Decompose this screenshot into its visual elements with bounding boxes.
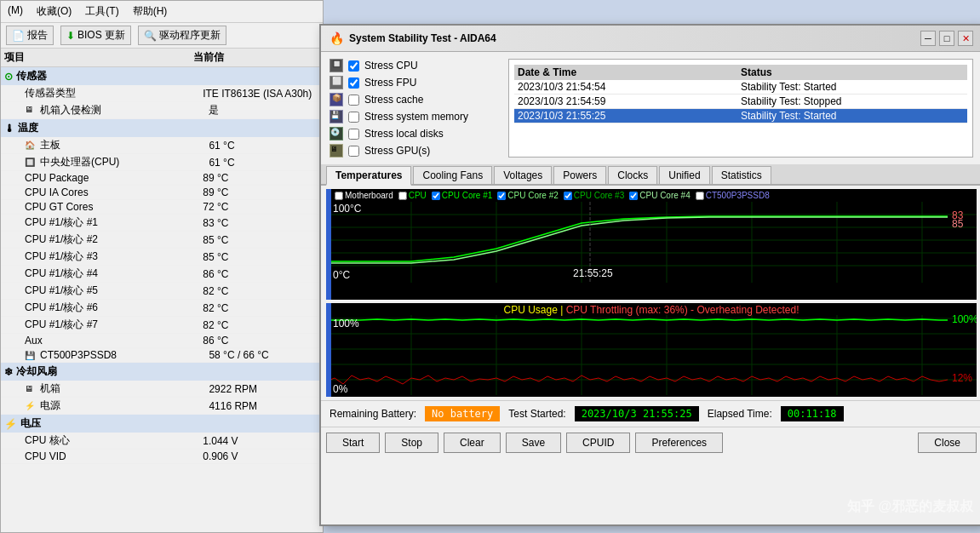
report-button[interactable]: 📄 报告 [6, 26, 54, 45]
svg-text:85: 85 [952, 218, 964, 230]
svg-text:CPU Usage | CPU Throttling (ma: CPU Usage | CPU Throttling (max: 36%) - … [503, 304, 799, 316]
column-headers: 项目 当前信 [1, 49, 323, 67]
stress-options-area: 🔲 Stress CPU ⬜ Stress FPU 📦 Stress cache… [321, 52, 980, 164]
dialog-titlebar: 🔥 System Stability Test - AIDA64 ─ □ ✕ [321, 26, 980, 52]
tab-statistics[interactable]: Statistics [712, 166, 771, 184]
list-item: CPU #1/核心 #4 86 °C [1, 266, 323, 283]
log-datetime-2: 2023/10/3 21:54:59 [518, 95, 741, 107]
tab-temperatures[interactable]: Temperatures [326, 166, 411, 186]
elapsed-value: 00:11:18 [781, 406, 844, 421]
list-item: CPU IA Cores 89 °C [1, 186, 323, 200]
tab-powers[interactable]: Powers [553, 166, 606, 184]
svg-text:12%: 12% [952, 372, 972, 384]
stress-fpu-option: ⬜ Stress FPU [330, 76, 500, 89]
stop-button[interactable]: Stop [385, 433, 438, 453]
list-item: 🖥 机箱 2922 RPM [1, 381, 323, 398]
start-button[interactable]: Start [326, 433, 380, 453]
legend-core3-check[interactable] [564, 192, 572, 200]
close-button-bottom[interactable]: Close [918, 433, 977, 453]
stress-cache-label: Stress cache [364, 94, 423, 106]
legend-core2: CPU Core #2 [497, 191, 558, 200]
tab-unified[interactable]: Unified [659, 166, 709, 184]
stress-options-list: 🔲 Stress CPU ⬜ Stress FPU 📦 Stress cache… [330, 59, 500, 158]
cpu-usage-chart: CPU Usage | CPU Throttling (max: 36%) - … [326, 303, 977, 397]
stress-cache-icon: 📦 [330, 93, 343, 106]
list-item: CPU #1/核心 #3 85 °C [1, 249, 323, 266]
stress-fpu-checkbox[interactable] [348, 77, 359, 89]
tab-cooling-fans[interactable]: Cooling Fans [413, 166, 492, 184]
legend-cpu-check[interactable] [398, 192, 407, 200]
log-row-selected: 2023/10/3 21:55:25 Stability Test: Start… [514, 109, 967, 123]
log-row: 2023/10/3 21:54:54 Stability Test: Start… [514, 80, 967, 95]
chart-blue-bar [326, 189, 331, 300]
bottom-info: Remaining Battery: No battery Test Start… [321, 400, 980, 427]
content-area: ⊙ 传感器 传感器类型 ITE IT8613E (ISA A30h) 🖥 机箱入… [1, 67, 323, 464]
stress-disks-icon: 💿 [330, 127, 343, 140]
action-buttons: Start Stop Clear Save CPUID Preferences … [321, 427, 980, 458]
close-button[interactable]: ✕ [958, 31, 973, 46]
svg-text:0%: 0% [333, 383, 348, 395]
tab-clocks[interactable]: Clocks [608, 166, 657, 184]
log-row: 2023/10/3 21:54:59 Stability Test: Stopp… [514, 95, 967, 109]
legend-core1-check[interactable] [432, 192, 440, 200]
stress-gpu-checkbox[interactable] [348, 146, 359, 157]
list-item: Aux 86 °C [1, 334, 323, 348]
list-item: CPU Package 89 °C [1, 171, 323, 186]
legend-core4-label: CPU Core #4 [639, 191, 690, 200]
stress-cpu-checkbox[interactable] [348, 60, 359, 72]
section-sensors: ⊙ 传感器 [1, 67, 323, 85]
legend-core2-check[interactable] [497, 192, 506, 200]
stress-fpu-icon: ⬜ [330, 76, 343, 89]
cpuid-button[interactable]: CPUID [566, 433, 630, 453]
log-col-status: Status [741, 66, 964, 78]
legend-core1-label: CPU Core #1 [442, 191, 492, 200]
fan-icon: ❄ [4, 366, 13, 378]
legend-core1: CPU Core #1 [432, 191, 492, 200]
menu-tools[interactable]: 工具(T) [82, 3, 122, 20]
legend-motherboard-label: Motherboard [345, 191, 393, 200]
clear-button[interactable]: Clear [444, 433, 501, 453]
elapsed-label: Elapsed Time: [708, 408, 772, 420]
watermark: 知乎 @邪恶的麦叔叔 [847, 498, 973, 516]
bios-update-button[interactable]: ⬇ BIOS 更新 [60, 26, 131, 45]
log-header: Date & Time Status [514, 65, 967, 80]
col-item-header: 项目 [4, 50, 193, 65]
chart2-blue-bar [326, 303, 331, 397]
preferences-button[interactable]: Preferences [635, 433, 723, 453]
stress-cache-option: 📦 Stress cache [330, 93, 500, 106]
stress-cache-checkbox[interactable] [348, 95, 359, 106]
stress-cpu-icon: 🔲 [330, 59, 343, 72]
aida-dialog: 🔥 System Stability Test - AIDA64 ─ □ ✕ 🔲… [319, 24, 980, 526]
list-item: ⚡ 电源 4116 RPM [1, 398, 323, 415]
section-voltage: ⚡ 电压 [1, 415, 323, 433]
menu-help[interactable]: 帮助(H) [129, 3, 171, 20]
list-item: CPU 核心 1.044 V [1, 433, 323, 450]
battery-label: Remaining Battery: [330, 408, 416, 420]
section-cooling: ❄ 冷却风扇 [1, 363, 323, 381]
list-item: 传感器类型 ITE IT8613E (ISA A30h) [1, 85, 323, 102]
voltage-icon: ⚡ [4, 418, 17, 430]
driver-update-button[interactable]: 🔍 驱动程序更新 [138, 26, 226, 45]
legend-ssd: CT500P3PSSD8 [696, 191, 770, 200]
legend-cpu-label: CPU [409, 191, 427, 200]
minimize-button[interactable]: ─ [920, 31, 936, 46]
temp-icon: 🌡 [4, 123, 14, 135]
legend-core4-check[interactable] [629, 192, 638, 200]
stress-memory-checkbox[interactable] [348, 112, 359, 123]
title-controls: ─ □ ✕ [920, 31, 973, 46]
log-status-1: Stability Test: Started [741, 81, 964, 93]
sensor-icon: ⊙ [4, 71, 13, 83]
menu-m[interactable]: (M) [4, 3, 26, 20]
tab-voltages[interactable]: Voltages [494, 166, 552, 184]
save-button[interactable]: Save [506, 433, 561, 453]
menu-bar: (M) 收藏(O) 工具(T) 帮助(H) [1, 1, 323, 23]
stress-memory-option: 💾 Stress system memory [330, 110, 500, 123]
legend-motherboard-check[interactable] [335, 192, 343, 200]
maximize-button[interactable]: □ [939, 31, 954, 46]
dialog-title-text: System Stability Test - AIDA64 [349, 32, 496, 44]
col-value-header: 当前信 [193, 50, 319, 65]
menu-favorites[interactable]: 收藏(O) [33, 3, 75, 20]
legend-ssd-check[interactable] [696, 192, 704, 200]
list-item: CPU #1/核心 #5 82 °C [1, 283, 323, 300]
stress-disks-checkbox[interactable] [348, 129, 359, 140]
